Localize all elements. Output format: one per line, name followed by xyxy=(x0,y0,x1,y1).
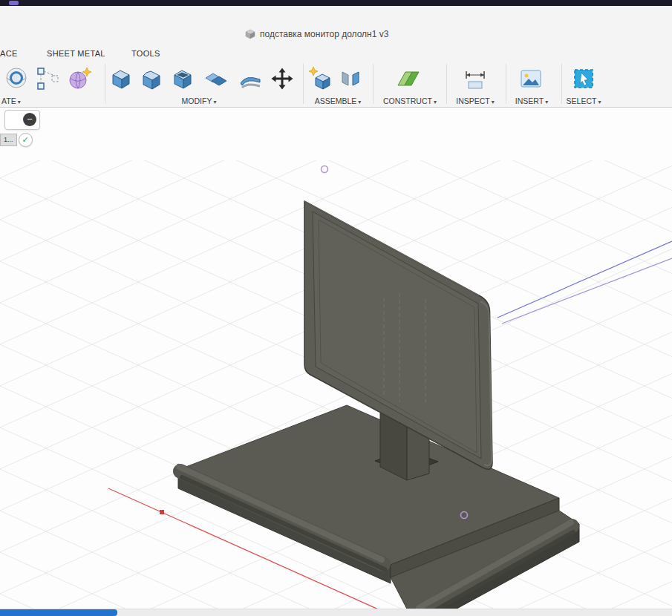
combine-icon xyxy=(203,65,229,92)
new-component-icon xyxy=(307,65,334,92)
collapse-icon[interactable]: − xyxy=(23,113,36,126)
sphere-icon xyxy=(4,65,30,92)
dropdown-insert[interactable]: INSERT▾ xyxy=(515,96,548,105)
pattern-icon xyxy=(35,65,62,92)
tool-insert-image[interactable] xyxy=(518,65,544,92)
dropdown-create[interactable]: ATE▾ xyxy=(1,96,21,105)
move-arrows-icon xyxy=(269,65,296,92)
document-cube-icon xyxy=(245,29,255,39)
dropdown-select[interactable]: SELECT▾ xyxy=(567,96,601,105)
tool-press-pull[interactable] xyxy=(108,65,134,92)
browser-node-chip[interactable]: − xyxy=(4,110,40,130)
tool-combine[interactable] xyxy=(203,65,229,92)
toolbar-separator xyxy=(373,64,373,104)
chevron-down-icon: ▾ xyxy=(545,99,548,105)
tool-move[interactable] xyxy=(269,65,296,92)
tool-form[interactable] xyxy=(67,65,94,92)
form-sphere-icon xyxy=(67,65,94,92)
toolbar-separator xyxy=(303,64,304,104)
construct-plane-icon xyxy=(395,65,422,92)
browser-item[interactable]: 1... ✓ xyxy=(0,133,33,147)
press-pull-icon xyxy=(108,65,134,92)
tab-sheet-metal[interactable]: SHEET METAL xyxy=(47,49,105,58)
toolbar-separator xyxy=(105,64,105,104)
toolbar-separator xyxy=(446,64,447,104)
chevron-down-icon: ▾ xyxy=(492,99,495,105)
app-title-bar xyxy=(0,0,672,6)
tool-thicken[interactable] xyxy=(237,65,264,92)
dropdown-construct[interactable]: CONSTRUCT▾ xyxy=(383,96,437,105)
chevron-down-icon: ▾ xyxy=(434,99,437,105)
chevron-down-icon: ▾ xyxy=(358,99,361,105)
toolbar-separator xyxy=(506,64,506,104)
chevron-down-icon: ▾ xyxy=(18,99,21,105)
insert-image-icon xyxy=(518,65,544,92)
document-title-text: подставка монитор дололн1 v3 xyxy=(260,29,388,39)
dropdown-inspect[interactable]: INSPECT▾ xyxy=(456,96,495,105)
tool-new-component[interactable] xyxy=(307,65,334,92)
ribbon: подставка монитор дололн1 v3 ACE SHEET M… xyxy=(0,6,672,108)
tool-select[interactable] xyxy=(570,65,597,92)
dropdown-modify[interactable]: MODIFY▾ xyxy=(182,96,217,105)
viewport-scene[interactable] xyxy=(0,107,672,616)
shell-icon xyxy=(169,65,196,92)
tool-joint[interactable] xyxy=(337,65,364,92)
measure-icon xyxy=(462,65,489,92)
chevron-down-icon: ▾ xyxy=(213,99,216,105)
toolbar-separator xyxy=(561,64,562,104)
fillet-icon xyxy=(138,65,165,92)
joint-icon xyxy=(337,65,364,92)
chevron-down-icon: ▾ xyxy=(598,99,601,105)
tool-sphere[interactable] xyxy=(4,65,30,92)
app-menu-icon[interactable] xyxy=(9,1,19,5)
check-icon: ✓ xyxy=(19,133,33,147)
tool-measure[interactable] xyxy=(462,65,489,92)
viewport[interactable] xyxy=(0,107,672,616)
thicken-icon xyxy=(237,65,264,92)
timeline-progress[interactable] xyxy=(0,609,117,616)
x-axis-handle[interactable] xyxy=(160,510,164,514)
tool-fillet[interactable] xyxy=(138,65,165,92)
browser-item-label: 1... xyxy=(0,134,17,146)
document-title: подставка монитор дололн1 v3 xyxy=(245,29,388,39)
dropdown-assemble[interactable]: ASSEMBLE▾ xyxy=(315,96,362,105)
tool-construct-plane[interactable] xyxy=(395,65,422,92)
tab-tools[interactable]: TOOLS xyxy=(131,49,160,58)
tab-surface[interactable]: ACE xyxy=(0,49,18,58)
select-cursor-icon xyxy=(570,65,597,92)
tool-shell[interactable] xyxy=(169,65,196,92)
timeline-bar xyxy=(0,609,672,616)
tool-pattern[interactable] xyxy=(35,65,62,92)
